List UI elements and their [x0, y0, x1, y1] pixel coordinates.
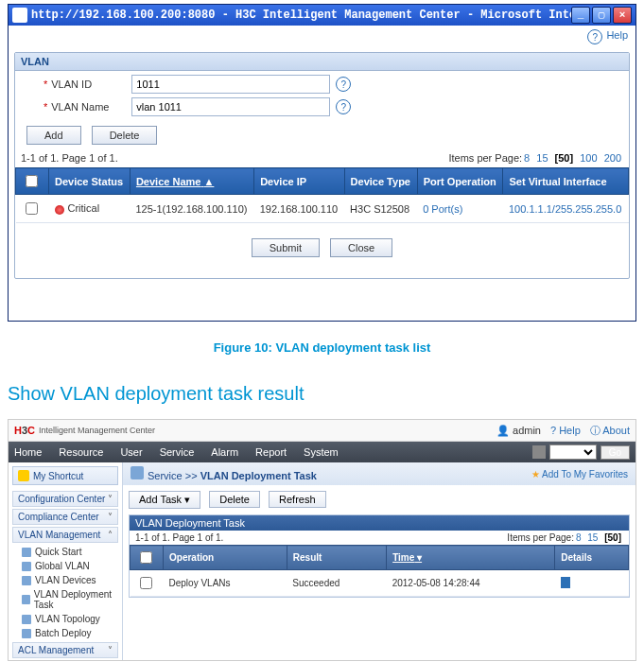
sidebar-global-vlan[interactable]: Global VLAN [9, 559, 122, 573]
wand-icon [22, 548, 31, 557]
section-title: Show VLAN deployment task result [8, 383, 644, 405]
topology-icon [22, 615, 31, 624]
help-bar: ? Help [9, 26, 635, 48]
vlan-name-label: VLAN Name [51, 101, 131, 113]
menu-resource[interactable]: Resource [59, 446, 103, 458]
sidebar-vlan-devices[interactable]: VLAN Devices [9, 573, 122, 587]
chevron-down-icon: ˅ [108, 645, 113, 655]
vlan-panel: VLAN * VLAN ID ? * VLAN Name ? Add Delet… [14, 52, 630, 279]
panel-title: VLAN Deployment Task [130, 515, 629, 531]
page-summary: 1-1 of 1. Page 1 of 1. [135, 532, 223, 543]
globe-icon [22, 562, 31, 571]
select-all-checkbox[interactable] [140, 551, 152, 564]
menu-service[interactable]: Service [160, 446, 195, 458]
help-link[interactable]: ? Help [550, 425, 581, 436]
vlan-id-input[interactable] [131, 75, 330, 94]
delete-button[interactable]: Delete [92, 126, 158, 145]
go-select[interactable] [549, 444, 597, 460]
menu-user[interactable]: User [120, 446, 142, 458]
sidebar-vlan-topology[interactable]: VLAN Topology [9, 612, 122, 626]
sidebar-batch-deploy[interactable]: Batch Deploy [9, 626, 122, 640]
vlan-name-input[interactable] [131, 97, 330, 116]
pp-15[interactable]: 15 [587, 532, 598, 543]
select-all-checkbox[interactable] [26, 175, 38, 187]
chevron-up-icon: ˄ [108, 530, 113, 540]
user-badge: 👤 admin [496, 425, 541, 437]
add-favorite-link[interactable]: ★Add To My Favorites [531, 469, 628, 479]
task-panel: VLAN Deployment Task 1-1 of 1. Page 1 of… [129, 514, 630, 598]
menu-system[interactable]: System [304, 446, 339, 458]
help-icon[interactable]: ? [336, 99, 351, 114]
col-time[interactable]: Time ▾ [387, 546, 555, 570]
critical-icon [55, 205, 64, 215]
close-button[interactable]: Close [330, 238, 392, 257]
col-details[interactable]: Details [555, 546, 629, 570]
about-link[interactable]: ⓘ About [590, 424, 630, 438]
port-link[interactable]: 0 Port(s) [423, 203, 462, 215]
maximize-button[interactable]: ▢ [592, 7, 611, 24]
vlan-id-label: VLAN ID [51, 78, 131, 90]
chevron-down-icon: ˅ [108, 494, 113, 504]
device-table: Device Status Device Name ▲ Device IP De… [15, 167, 629, 223]
figure-10: http://192.168.100.200:8080 - H3C Intell… [0, 4, 644, 355]
star-icon: ★ [531, 469, 540, 479]
help-icon[interactable]: ? [587, 29, 602, 44]
go-button[interactable]: Go [600, 445, 630, 460]
pp-50[interactable]: [50] [555, 152, 574, 164]
refresh-button[interactable]: Refresh [269, 491, 326, 508]
menu-home[interactable]: Home [14, 446, 42, 458]
sidebar-vlan-mgmt[interactable]: VLAN Management˄ [12, 527, 118, 543]
row-checkbox[interactable] [26, 202, 38, 215]
window-titlebar: http://192.168.100.200:8080 - H3C Intell… [9, 5, 635, 26]
pp-8[interactable]: 8 [524, 152, 530, 164]
row-checkbox[interactable] [140, 577, 152, 589]
pp-8[interactable]: 8 [576, 532, 582, 543]
page-summary: 1-1 of 1. Page 1 of 1. [21, 152, 118, 164]
sidebar-compliance[interactable]: Compliance Center˅ [12, 509, 118, 525]
table-row: Critical 125-1(192.168.100.110) 192.168.… [16, 195, 629, 223]
pp-100[interactable]: 100 [580, 152, 597, 164]
sidebar-quick-start[interactable]: Quick Start [9, 545, 122, 559]
add-task-button[interactable]: Add Task [129, 491, 200, 509]
col-port-op[interactable]: Port Operation [417, 168, 503, 195]
sidebar-vlan-deploy-task[interactable]: VLAN Deployment Task [9, 587, 122, 612]
col-status[interactable]: Device Status [49, 168, 131, 195]
ie-window: http://192.168.100.200:8080 - H3C Intell… [8, 4, 636, 322]
col-name[interactable]: Device Name ▲ [130, 168, 253, 195]
pp-50[interactable]: [50] [604, 532, 621, 543]
svi-link[interactable]: 100.1.1.1/255.255.255.0 [509, 203, 621, 215]
brand-bar: H3C Intelligent Management Center 👤 admi… [9, 420, 635, 442]
device-icon [22, 576, 31, 585]
col-result[interactable]: Result [287, 546, 386, 570]
col-ip[interactable]: Device IP [254, 168, 344, 195]
task-icon [22, 595, 30, 604]
submit-button[interactable]: Submit [252, 238, 320, 257]
sidebar-acl-mgmt[interactable]: ACL Management˅ [12, 642, 118, 658]
items-per-page: Items per Page:8 15 [50] 100 200 [448, 152, 623, 164]
h3c-logo: H3C [14, 425, 35, 436]
close-button[interactable]: × [613, 7, 632, 24]
table-row: Deploy VLANs Succeeded 2012-05-08 14:28:… [131, 570, 629, 597]
help-link[interactable]: Help [606, 29, 628, 44]
col-svi[interactable]: Set Virtual Interface [503, 168, 629, 195]
col-operation[interactable]: Operation [164, 546, 287, 570]
figure-11: H3C Intelligent Management Center 👤 admi… [0, 419, 644, 662]
figure-10-caption: Figure 10: VLAN deployment task list [0, 340, 644, 355]
col-type[interactable]: Device Type [344, 168, 417, 195]
help-icon[interactable]: ? [336, 77, 351, 92]
menu-alarm[interactable]: Alarm [211, 446, 238, 458]
details-icon[interactable] [561, 577, 570, 588]
minimize-button[interactable]: _ [571, 7, 590, 24]
add-button[interactable]: Add [26, 126, 81, 145]
pp-200[interactable]: 200 [604, 152, 621, 164]
items-per-page: Items per Page:8 15 [50] [507, 532, 623, 543]
required-marker: * [44, 78, 47, 90]
panel-title: VLAN [15, 53, 629, 71]
my-shortcut[interactable]: My Shortcut [12, 466, 118, 485]
sidebar-config-center[interactable]: Configuration Center˅ [12, 491, 118, 507]
menu-report[interactable]: Report [255, 446, 287, 458]
delete-button[interactable]: Delete [209, 491, 260, 508]
required-marker: * [44, 101, 47, 113]
pp-15[interactable]: 15 [536, 152, 548, 164]
picker-icon[interactable] [532, 445, 546, 459]
